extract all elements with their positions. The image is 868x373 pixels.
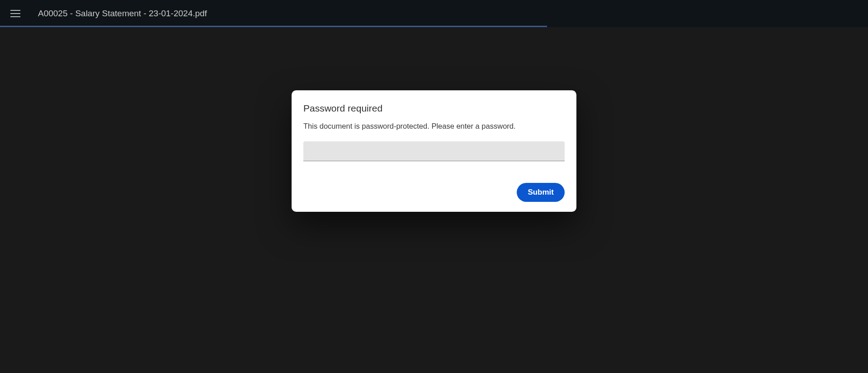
hamburger-menu-icon[interactable] bbox=[7, 5, 24, 22]
dialog-title: Password required bbox=[303, 103, 565, 114]
content-area: Password required This document is passw… bbox=[0, 27, 868, 212]
dialog-actions: Submit bbox=[303, 183, 565, 202]
loading-progress-bar bbox=[0, 26, 547, 27]
submit-button[interactable]: Submit bbox=[517, 183, 565, 202]
header-bar: A00025 - Salary Statement - 23-01-2024.p… bbox=[0, 0, 868, 27]
file-title: A00025 - Salary Statement - 23-01-2024.p… bbox=[38, 9, 207, 19]
password-input[interactable] bbox=[303, 141, 565, 161]
dialog-message: This document is password-protected. Ple… bbox=[303, 122, 565, 131]
password-dialog: Password required This document is passw… bbox=[292, 90, 576, 212]
